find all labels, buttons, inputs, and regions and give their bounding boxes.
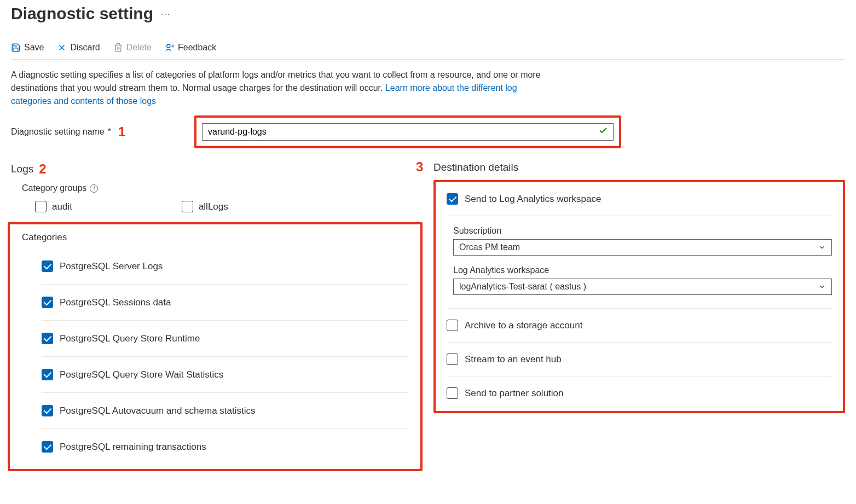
discard-button[interactable]: Discard xyxy=(57,43,100,53)
category-checkbox[interactable] xyxy=(42,441,53,453)
partner-checkbox[interactable] xyxy=(447,387,458,399)
save-label: Save xyxy=(24,43,44,53)
category-checkbox[interactable] xyxy=(42,260,53,272)
category-item[interactable]: PostgreSQL Query Store Wait Statistics xyxy=(42,357,408,393)
save-icon xyxy=(11,43,21,53)
category-checkbox[interactable] xyxy=(42,297,53,308)
alllogs-label: allLogs xyxy=(199,201,228,212)
more-icon[interactable]: ··· xyxy=(161,9,171,18)
feedback-label: Feedback xyxy=(178,43,216,53)
partner-label: Send to partner solution xyxy=(465,388,564,399)
dest-storage[interactable]: Archive to a storage account xyxy=(447,309,832,343)
category-label: PostgreSQL remaining transactions xyxy=(60,442,206,453)
audit-checkbox[interactable] xyxy=(35,201,47,212)
callout-1: 1 xyxy=(118,124,125,140)
valid-check-icon xyxy=(598,126,608,138)
category-checkbox[interactable] xyxy=(42,405,53,416)
feedback-button[interactable]: Feedback xyxy=(165,43,216,53)
alllogs-checkbox[interactable] xyxy=(182,201,193,212)
workspace-value: logAnalytics-Test-sarat ( eastus ) xyxy=(459,282,586,292)
description-text: A diagnostic setting specifies a list of… xyxy=(11,68,545,108)
category-item[interactable]: PostgreSQL Sessions data xyxy=(42,285,408,321)
close-icon xyxy=(57,43,67,53)
category-label: PostgreSQL Sessions data xyxy=(60,297,171,308)
dest-partner[interactable]: Send to partner solution xyxy=(447,376,832,402)
callout-2: 2 xyxy=(39,161,46,177)
log-analytics-checkbox[interactable] xyxy=(447,193,458,205)
trash-icon xyxy=(113,43,123,53)
info-icon[interactable]: i xyxy=(90,184,98,193)
save-button[interactable]: Save xyxy=(11,43,44,53)
category-label: PostgreSQL Server Logs xyxy=(60,261,163,272)
category-item[interactable]: PostgreSQL Autovacuum and schema statist… xyxy=(42,393,408,429)
page-title: Diagnostic setting xyxy=(11,4,153,23)
category-label: PostgreSQL Query Store Wait Statistics xyxy=(60,369,223,380)
eventhub-label: Stream to an event hub xyxy=(465,354,562,365)
delete-label: Delete xyxy=(126,43,152,53)
setting-name-label: Diagnostic setting name* 1 xyxy=(11,124,194,140)
toolbar: Save Discard Delete Feedback xyxy=(11,38,845,60)
subscription-select[interactable]: Orcas PM team xyxy=(453,239,832,256)
destination-highlight: Send to Log Analytics workspace Subscrip… xyxy=(433,180,845,413)
log-analytics-settings: Subscription Orcas PM team Log Analytics… xyxy=(447,216,832,309)
subscription-label: Subscription xyxy=(453,226,832,236)
log-analytics-label: Send to Log Analytics workspace xyxy=(465,194,601,205)
chevron-down-icon xyxy=(818,283,826,291)
chevron-down-icon xyxy=(818,244,826,251)
categories-label: Categories xyxy=(22,232,408,243)
audit-label: audit xyxy=(52,201,72,212)
eventhub-checkbox[interactable] xyxy=(447,354,458,365)
required-indicator: * xyxy=(108,127,111,137)
category-label: PostgreSQL Autovacuum and schema statist… xyxy=(60,405,256,416)
setting-name-highlight xyxy=(194,115,621,148)
destination-header: Destination details xyxy=(433,161,845,173)
workspace-label: Log Analytics workspace xyxy=(453,265,832,275)
workspace-select[interactable]: logAnalytics-Test-sarat ( eastus ) xyxy=(453,279,832,295)
category-item[interactable]: PostgreSQL remaining transactions xyxy=(42,429,408,453)
setting-name-input[interactable] xyxy=(202,123,614,141)
svg-point-2 xyxy=(167,44,170,48)
alllogs-option[interactable]: allLogs xyxy=(182,201,228,212)
discard-label: Discard xyxy=(70,43,100,53)
category-groups-label: Category groups i xyxy=(22,183,423,193)
subscription-value: Orcas PM team xyxy=(459,242,520,252)
category-checkbox[interactable] xyxy=(42,333,53,344)
category-checkbox[interactable] xyxy=(42,369,53,380)
feedback-icon xyxy=(165,43,175,53)
dest-log-analytics[interactable]: Send to Log Analytics workspace xyxy=(447,191,832,216)
dest-eventhub[interactable]: Stream to an event hub xyxy=(447,343,832,376)
category-item[interactable]: PostgreSQL Server Logs xyxy=(42,248,408,285)
category-item[interactable]: PostgreSQL Query Store Runtime xyxy=(42,321,408,357)
storage-checkbox[interactable] xyxy=(447,320,458,331)
categories-highlight: Categories PostgreSQL Server Logs Postgr… xyxy=(8,222,423,471)
logs-header: Logs 2 xyxy=(11,161,423,177)
category-label: PostgreSQL Query Store Runtime xyxy=(60,333,200,344)
delete-button: Delete xyxy=(113,43,152,53)
audit-option[interactable]: audit xyxy=(35,201,72,212)
storage-label: Archive to a storage account xyxy=(465,320,582,331)
callout-3: 3 xyxy=(416,159,423,175)
